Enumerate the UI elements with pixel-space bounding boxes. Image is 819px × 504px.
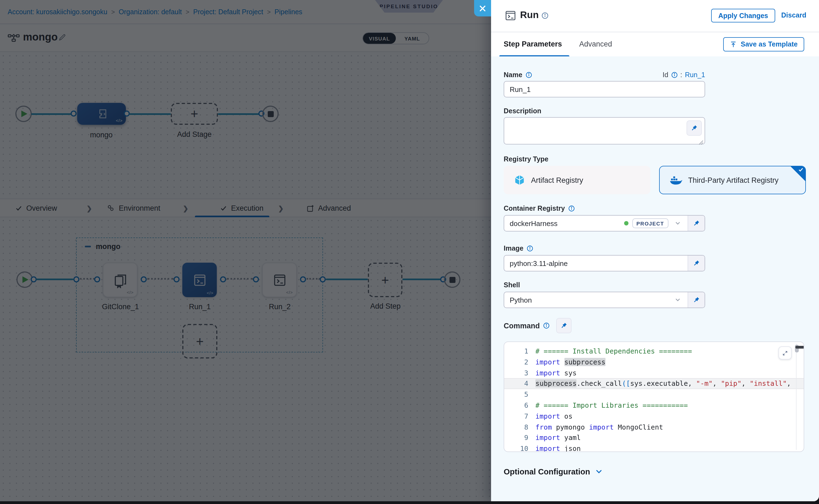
connector-status-dot — [624, 221, 628, 225]
code-line: 5 — [504, 389, 804, 400]
shell-field: Python — [504, 292, 705, 308]
command-label-row: Command — [504, 318, 819, 333]
code-line: 2import subprocess — [504, 357, 804, 368]
info-icon[interactable] — [671, 72, 678, 78]
pin-runtime-input-button[interactable] — [687, 120, 702, 136]
scope-tag: PROJECT — [632, 218, 669, 228]
pin-runtime-input-button[interactable] — [688, 292, 705, 308]
pin-runtime-input-button[interactable] — [688, 256, 705, 271]
description-label: Description — [504, 107, 819, 115]
info-icon[interactable] — [543, 322, 550, 329]
command-label: Command — [504, 321, 540, 330]
apply-changes-button[interactable]: Apply Changes — [711, 9, 775, 22]
modal-dim-overlay — [0, 0, 491, 501]
line-number: 5 — [504, 389, 536, 400]
third-party-registry-label: Third-Party Artifact Registry — [688, 176, 779, 184]
close-icon — [479, 5, 486, 12]
code-line: 4subprocess.check_call([sys.executable, … — [504, 378, 804, 389]
line-number: 1 — [504, 346, 536, 357]
pin-icon — [693, 297, 700, 303]
code-line: 7import os — [504, 411, 804, 422]
info-icon[interactable] — [568, 205, 575, 212]
line-number: 9 — [504, 433, 536, 444]
drawer-tabs-bar: Step Parameters Advanced Save as Templat… — [491, 32, 819, 57]
resize-handle[interactable] — [699, 140, 704, 145]
code-text: # ====== Install Dependencies ======== — [536, 346, 692, 357]
close-drawer-button[interactable] — [474, 0, 491, 16]
pin-icon — [693, 260, 700, 267]
name-label-row: Name — [504, 71, 532, 79]
pipeline-studio-screen: Account: kurosakiichigo.songoku>Organiza… — [0, 0, 819, 504]
code-text: import sys — [536, 367, 577, 378]
code-text: # ====== Import Libraries =========== — [536, 400, 688, 411]
code-line: 8from pymongo import MongoClient — [504, 422, 804, 433]
container-registry-field: dockerHarness PROJECT — [504, 215, 705, 231]
image-input[interactable]: python:3.11-alpine — [504, 256, 688, 271]
image-field: python:3.11-alpine — [504, 255, 705, 271]
drawer-body: Name Id : Run_1 Description — [491, 56, 819, 501]
code-line: 9import yaml — [504, 433, 804, 444]
check-icon — [798, 167, 804, 172]
container-registry-value: dockerHarness — [510, 219, 620, 227]
pin-icon — [561, 322, 567, 329]
info-icon[interactable] — [542, 12, 549, 19]
info-icon[interactable] — [527, 245, 533, 252]
line-number: 6 — [504, 400, 536, 411]
pin-runtime-input-button[interactable] — [688, 216, 705, 231]
code-line: 10import json — [504, 443, 804, 452]
expand-editor-button[interactable] — [779, 346, 792, 360]
artifact-registry-option[interactable]: Artifact Registry — [504, 166, 650, 194]
save-as-template-label: Save as Template — [741, 40, 798, 48]
code-text: import json — [536, 443, 581, 452]
editor-scrollbar-track — [796, 344, 797, 450]
bottom-system-bar — [0, 501, 819, 504]
third-party-registry-option-selected[interactable]: Third-Party Artifact Registry — [659, 166, 806, 194]
container-registry-label: Container Registry — [504, 205, 565, 212]
shell-value: Python — [510, 296, 669, 304]
discard-button[interactable]: Discard — [781, 11, 806, 19]
code-text: import os — [536, 411, 572, 422]
description-input[interactable] — [504, 117, 705, 144]
line-number: 2 — [504, 357, 536, 368]
command-label-group: Command — [504, 321, 550, 330]
chevron-down-icon[interactable] — [672, 220, 683, 227]
optional-configuration-toggle[interactable]: Optional Configuration — [504, 467, 819, 476]
name-label: Name — [504, 71, 522, 79]
container-registry-label-row: Container Registry — [504, 205, 819, 212]
command-code-editor[interactable]: 1# ====== Install Dependencies ========2… — [504, 341, 804, 452]
tab-advanced[interactable]: Advanced — [579, 40, 612, 48]
shell-label: Shell — [504, 281, 819, 289]
line-number: 8 — [504, 422, 536, 433]
line-number: 10 — [504, 443, 536, 452]
shell-select[interactable]: Python — [504, 292, 688, 308]
code-line: 1# ====== Install Dependencies ======== — [504, 346, 804, 357]
save-as-template-button[interactable]: Save as Template — [723, 37, 804, 51]
name-input[interactable] — [504, 81, 705, 97]
fullscreen-icon — [782, 349, 788, 357]
step-config-drawer: Run Apply Changes Discard Step Parameter… — [491, 0, 819, 501]
optional-configuration-label: Optional Configuration — [504, 467, 590, 476]
code-line: 3import sys — [504, 367, 804, 378]
tab-step-parameters[interactable]: Step Parameters — [504, 40, 562, 48]
line-number: 4 — [504, 378, 536, 389]
chevron-down-icon[interactable] — [672, 297, 683, 303]
docker-icon — [670, 175, 683, 185]
code-text: import subprocess — [536, 357, 606, 368]
info-icon[interactable] — [526, 72, 532, 78]
drawer-header: Run Apply Changes Discard — [491, 0, 819, 32]
image-label: Image — [504, 245, 523, 252]
pin-runtime-input-button[interactable] — [556, 318, 572, 333]
pin-icon — [691, 125, 698, 131]
drawer-title: Run — [520, 9, 539, 21]
container-registry-select[interactable]: dockerHarness PROJECT — [504, 216, 688, 231]
code-text: subprocess.check_call([sys.executable, "… — [536, 378, 791, 389]
id-label: Id — [662, 71, 668, 79]
id-value[interactable]: Run_1 — [685, 71, 705, 79]
editor-horizontal-scroll-thumb[interactable] — [795, 346, 804, 348]
code-text: import yaml — [536, 433, 581, 444]
registry-type-label: Registry Type — [504, 155, 819, 163]
pin-icon — [693, 220, 700, 227]
code-text: from pymongo import MongoClient — [536, 422, 663, 433]
line-number: 7 — [504, 411, 536, 422]
image-value: python:3.11-alpine — [510, 259, 683, 267]
